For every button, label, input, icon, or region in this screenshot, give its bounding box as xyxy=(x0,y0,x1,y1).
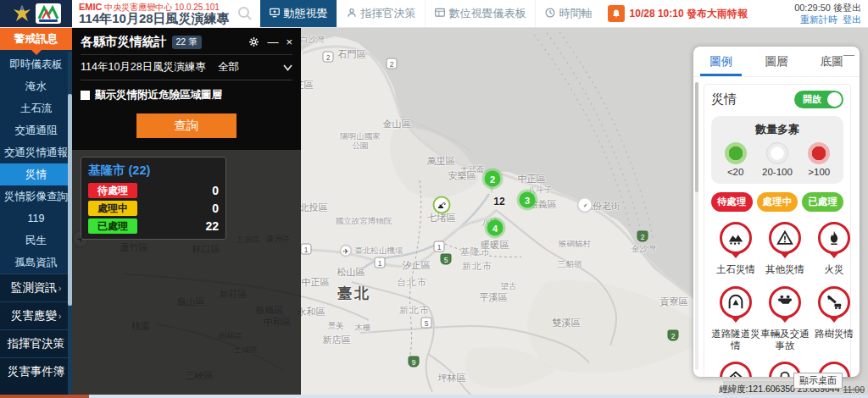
legend-tab-圖層[interactable]: 圖層 xyxy=(748,47,804,76)
legend-section-title: 災情 xyxy=(711,91,737,108)
legend-icon-label: 道路隧道災情 xyxy=(711,329,760,352)
city-stats-card[interactable]: 基隆市 (22) 待處理0處理中0已處理22 xyxy=(81,157,226,240)
legend-scrollbar[interactable] xyxy=(695,82,698,370)
dashboard-icon xyxy=(434,7,446,21)
legend-tab-圖例[interactable]: 圖例 xyxy=(693,47,748,76)
route-shield-9: 9 xyxy=(409,357,420,368)
route-shield-5: 5 xyxy=(421,318,432,329)
direction-icon[interactable] xyxy=(577,197,593,213)
nav-tab-label: 動態視覺 xyxy=(284,6,328,21)
legend-icon-label: 車輛及交通事故 xyxy=(760,329,810,352)
sidebar-alert-header[interactable]: 警戒訊息 xyxy=(0,28,72,50)
dynamic-view-icon xyxy=(269,7,281,21)
minimize-icon[interactable]: — xyxy=(267,36,278,47)
sidebar-item-119[interactable]: 119 xyxy=(0,207,72,229)
status-pill-label: 待處理 xyxy=(88,183,137,198)
checkbox-square xyxy=(81,91,90,100)
status-pill-label: 已處理 xyxy=(88,218,137,234)
legend-icon-label: 火災 xyxy=(825,264,844,276)
disaster-cluster-marker-4[interactable]: 4 xyxy=(487,220,504,236)
show-desktop-button[interactable]: 顯示桌面 xyxy=(793,373,843,389)
sidebar-scrollbar[interactable] xyxy=(68,52,72,398)
quantity-item: >100 xyxy=(798,142,840,177)
commander-icon xyxy=(346,7,358,21)
legend-pill-待處理: 待處理 xyxy=(711,192,753,212)
logout-link[interactable]: 登出 xyxy=(843,14,861,25)
route-shield-2: 2 xyxy=(323,52,334,63)
sidebar-item-淹水[interactable]: 淹水 xyxy=(0,75,72,97)
ncdr-logo-icon xyxy=(36,3,61,24)
stats-panel-title: 各縣市災情統計 xyxy=(81,34,167,50)
sidebar-item-交通通阻[interactable]: 交通通阻 xyxy=(0,119,72,141)
city-stats-panel: 各縣市災情統計 22 筆 — × 114年10月28日風災演練專 全部 xyxy=(72,28,301,240)
sidebar-item-label: 災害事件簿 xyxy=(8,364,65,379)
chevron-right-icon: › xyxy=(58,283,62,293)
disaster-count-label[interactable]: 12 xyxy=(493,196,504,207)
nav-tab-時間軸[interactable]: 時間軸 xyxy=(535,0,601,27)
sidebar-item-即時儀表板[interactable]: 即時儀表板 xyxy=(0,53,72,75)
legend-icon-item: 火災 xyxy=(810,222,859,276)
disaster-cluster-marker-3[interactable]: 3 xyxy=(520,192,536,208)
disaster-cluster-marker-2[interactable]: 2 xyxy=(485,171,501,187)
legend-icon-item: 車輛及交通事故 xyxy=(760,286,810,352)
legend-icon-label: 土石災情 xyxy=(716,264,755,276)
sidebar-item-災情影像查詢[interactable]: 災情影像查詢 xyxy=(0,185,72,207)
toggle-label: 開啟 xyxy=(803,93,821,106)
search-icon[interactable] xyxy=(236,5,253,22)
event-select[interactable]: 114年10月28日風災演練專 全部 xyxy=(81,55,292,80)
sidebar-item-災情[interactable]: 災情 xyxy=(0,163,72,185)
nav-tab-label: 指揮官決策 xyxy=(361,6,416,21)
status-pill-label: 處理中 xyxy=(88,201,137,216)
sidebar-item-民生[interactable]: 民生 xyxy=(0,229,72,252)
sidebar-item-指揮官決策[interactable]: 指揮官決策 xyxy=(0,329,72,357)
legend-icon-label: 路樹災情 xyxy=(815,329,854,340)
nav-tab-數位視覺儀表板[interactable]: 數位視覺儀表板 xyxy=(425,0,535,27)
quantity-legend: 數量多寡 <2020-100>100 xyxy=(711,116,843,184)
quantity-dot-green xyxy=(725,142,747,164)
disaster-icon-legend: 土石災情其他災情火災道路隧道災情車輛及交通事故路樹災情 xyxy=(711,222,843,377)
sidebar-item-監測資訊[interactable]: 監測資訊› xyxy=(0,274,72,301)
airplane-icon[interactable]: ✈ xyxy=(340,245,353,257)
scope-select-value: 全部 xyxy=(218,60,239,75)
sidebar-item-孤島資訊[interactable]: 孤島資訊 xyxy=(0,252,72,274)
route-shield-1: 1 xyxy=(375,257,386,268)
app-root: 白沙灣石門區三芝區金山區陽明山國家公園萬里區大武崙安樂區中正區八斗子信義區九份老… xyxy=(0,0,868,398)
reset-timer-link[interactable]: 重新計時 xyxy=(800,14,837,25)
left-sidebar: 警戒訊息 即時儀表板淹水土石流交通通阻交通災情通報災情災情影像查詢119民生孤島… xyxy=(0,28,72,398)
city-status-rows: 待處理0處理中0已處理22 xyxy=(88,183,219,234)
legend-pill-處理中: 處理中 xyxy=(757,192,798,212)
legend-panel: 圖例圖層底圖 — 災情 開啟 數量多寡 <2020-100>100 待處理處理中… xyxy=(693,47,860,377)
legend-icon-label: 其他災情 xyxy=(765,264,804,276)
legend-pill-已處理: 已處理 xyxy=(802,192,843,212)
gear-icon[interactable] xyxy=(248,36,259,47)
query-button[interactable]: 查詢 xyxy=(136,113,236,138)
phoenix-emblem-icon xyxy=(12,3,32,24)
excavator-icon[interactable] xyxy=(433,196,451,214)
legend-icon-item: 其他災情 xyxy=(760,222,810,276)
quantity-title: 數量多寡 xyxy=(715,122,840,137)
route-shield-1: 1 xyxy=(434,241,445,252)
quantity-label: <20 xyxy=(727,167,744,177)
alert-ticker[interactable]: 10/28 10:10 發布大雨特報 xyxy=(601,0,754,27)
sidebar-item-交通災情通報[interactable]: 交通災情通報 xyxy=(0,141,72,163)
legend-scrollbar-thumb[interactable] xyxy=(695,82,698,192)
route-shield-1: 1 xyxy=(301,244,312,255)
sidebar-item-災害事件簿[interactable]: 災害事件簿 xyxy=(0,357,72,385)
nav-tab-指揮官決策[interactable]: 指揮官決策 xyxy=(337,0,425,27)
legend-icon-item: 路樹災情 xyxy=(810,286,859,352)
car-accident-icon xyxy=(769,286,801,328)
timeline-icon xyxy=(544,7,556,21)
legend-icon-item xyxy=(711,362,760,377)
sidebar-scrollbar-thumb[interactable] xyxy=(68,94,72,306)
route-shield-5: 5 xyxy=(441,254,452,265)
close-icon[interactable]: × xyxy=(286,36,292,47)
sidebar-item-土石流[interactable]: 土石流 xyxy=(0,97,72,119)
toggle-knob xyxy=(827,92,842,107)
session-block: 00:29:50 後登出 重新計時登出 xyxy=(794,0,868,27)
sidebar-item-災害應變[interactable]: 災害應變› xyxy=(0,301,72,329)
legend-minimize-icon[interactable]: — xyxy=(843,48,854,61)
disaster-toggle[interactable]: 開啟 xyxy=(794,91,843,108)
danger-layer-checkbox[interactable]: 顯示災情附近危險區域圖層 xyxy=(81,88,292,102)
alert-message: 10/28 10:10 發布大雨特報 xyxy=(630,7,748,21)
nav-tab-動態視覺[interactable]: 動態視覺 xyxy=(260,0,337,27)
